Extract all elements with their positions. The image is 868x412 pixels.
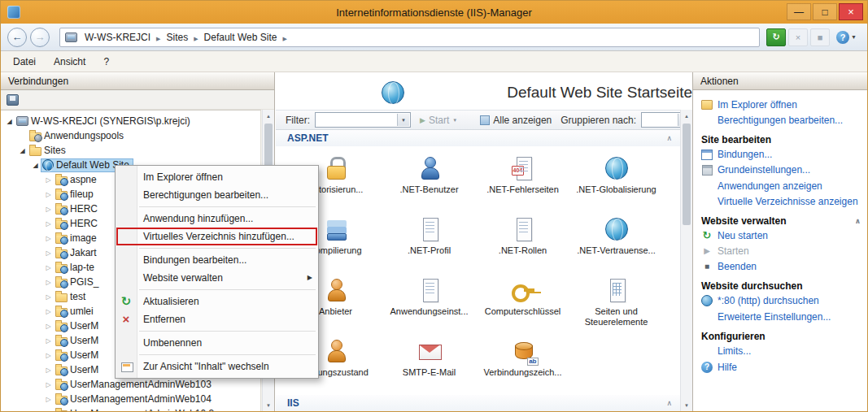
browse-80-action[interactable]: *:80 (http) durchsuchen [701,294,861,307]
tree-item-server[interactable]: ◢W-WS-KREJCI (SYNERGIS\p.krejci) [1,114,260,128]
feature-net-error-pages[interactable]: 404.NET-Fehlerseiten [476,151,569,212]
tree-item-application-pools[interactable]: Anwendungspools [1,128,260,143]
collapsed-icon[interactable]: ▷ [43,308,54,315]
open-explorer-action[interactable]: Im Explorer öffnen [701,98,861,111]
minimize-button[interactable]: — [787,3,811,20]
menu-item-manage-website[interactable]: Website verwalten▶ [116,269,318,287]
action-header-label: Website durchsuchen [701,280,802,292]
filter-bar: Filter: ▼ ▶ Start ▼ Alle anzeigen Gruppi… [276,110,680,130]
collapse-icon[interactable]: ∧ [666,399,672,407]
view-virtual-directories-action[interactable]: Virtuelle Verzeichnisse anzeigen [701,195,861,208]
restart-action[interactable]: ↻Neu starten [701,229,861,242]
section-header-asp-net[interactable]: ASP.NET∧ [276,130,680,146]
menu-item-remove[interactable]: ×Entfernen [116,310,318,328]
expanded-icon[interactable]: ◢ [30,162,41,169]
filter-start-button[interactable]: ▶ Start ▼ [416,113,461,128]
feature-label: .NET-Vertrauense... [569,245,663,256]
collapsed-icon[interactable]: ▷ [43,191,54,198]
chevron-down-icon[interactable]: ▼ [397,114,409,126]
forward-button[interactable]: → [30,28,50,47]
bindings-action[interactable]: Bindungen... [701,148,861,161]
menu-bar: Datei Ansicht ? [1,51,867,72]
scroll-up-icon[interactable]: ▲ [263,110,274,122]
collapse-icon[interactable]: ∧ [855,217,861,225]
collapsed-icon[interactable]: ▷ [43,293,54,301]
menu-item-edit-permissions[interactable]: Berechtigungen bearbeiten... [116,186,318,204]
menu-item-switch-to-content-view[interactable]: Zur Ansicht "Inhalt" wechseln [116,358,318,375]
menu-item-add-application[interactable]: Anwendung hinzufügen... [116,210,318,228]
collapsed-icon[interactable]: ▷ [43,381,54,388]
breadcrumb-segment[interactable]: W-WS-KREJCI [81,32,155,43]
collapsed-icon[interactable]: ▷ [43,279,54,286]
connections-title: Verbindungen [8,76,68,87]
scroll-down-icon[interactable]: ▼ [263,399,274,411]
close-button[interactable]: × [839,3,863,20]
scroll-up-icon[interactable]: ▲ [681,110,692,122]
collapsed-icon[interactable]: ▷ [43,410,54,412]
collapsed-icon[interactable]: ▷ [43,176,54,184]
menu-item-edit-bindings[interactable]: Bindungen bearbeiten... [116,251,318,269]
feature-connection-strings[interactable]: abVerbindungszeich... [476,334,569,395]
breadcrumb[interactable]: W-WS-KREJCI▶Sites▶Default Web Site▶ [59,28,760,47]
feature-net-users[interactable]: .NET-Benutzer [382,151,476,212]
tree-item[interactable]: ▷UserManagementAdminWeb103 [1,377,260,392]
features-scrollbar[interactable]: ▲ ▼ [680,110,692,411]
scroll-down-icon[interactable]: ▼ [681,399,692,411]
collapse-icon[interactable]: ∧ [666,134,672,142]
section-header-iis[interactable]: IIS∧ [276,395,680,411]
advanced-settings-action[interactable]: Erweiterte Einstellungen... [701,310,861,323]
collapsed-icon[interactable]: ▷ [43,323,54,330]
menu-ansicht[interactable]: Ansicht [45,53,94,71]
tree-item[interactable]: ▷UserManagementAdminWeb104 [1,392,260,406]
breadcrumb-segment[interactable]: Sites [163,32,193,43]
basic-settings-action[interactable]: Grundeinstellungen... [701,163,861,176]
collapsed-icon[interactable]: ▷ [43,396,54,403]
collapsed-icon[interactable]: ▷ [43,235,54,242]
menu-datei[interactable]: Datei [4,53,45,71]
help-action[interactable]: ?Hilfe [701,361,861,374]
collapsed-icon[interactable]: ▷ [43,337,54,345]
help-menu-button[interactable]: ? ▼ [832,28,861,46]
stop-icon[interactable]: × [788,28,808,46]
back-button[interactable]: ← [7,28,27,47]
feature-net-globalization[interactable]: .NET-Globalisierung [569,151,663,212]
breadcrumb-segment[interactable]: Default Web Site [200,32,281,43]
collapsed-icon[interactable]: ▷ [43,249,54,257]
menu-help[interactable]: ? [94,53,118,71]
feature-net-profile[interactable]: .NET-Profil [382,212,476,273]
show-all-button[interactable]: Alle anzeigen [476,113,556,128]
feature-machine-key[interactable]: Computerschlüssel [476,273,569,334]
feature-pages-and-controls[interactable]: Seiten und Steuerelemente [569,273,663,334]
scroll-thumb[interactable] [683,124,691,225]
tree-item-sites[interactable]: ◢Sites [1,143,260,158]
filter-input[interactable]: ▼ [315,112,411,128]
collapsed-icon[interactable]: ▷ [43,352,54,359]
collapsed-icon[interactable]: ▷ [43,220,54,228]
collapsed-icon[interactable]: ▷ [43,264,54,271]
edit-permissions-action[interactable]: Berechtigungen bearbeiten... [701,114,861,127]
feature-smtp-email[interactable]: SMTP-E-Mail [382,334,476,395]
collapsed-icon[interactable]: ▷ [43,366,54,374]
menu-separator [139,289,316,290]
menu-item-rename[interactable]: Umbenennen [116,334,318,352]
menu-item-open-in-explorer[interactable]: Im Explorer öffnen [116,168,318,186]
limits-action[interactable]: Limits... [701,345,861,358]
tree-item[interactable]: ▷UserManagementAdminWeb10.3 [1,406,260,411]
menu-item-add-virtual-directory[interactable]: Virtuelles Verzeichnis hinzufügen... [116,228,318,245]
stop-action[interactable]: ■Beenden [701,260,861,273]
pin-icon[interactable]: ■ [810,28,830,46]
collapsed-icon[interactable]: ▷ [43,206,54,213]
expanded-icon[interactable]: ◢ [17,147,28,154]
feature-net-trust-levels[interactable]: .NET-Vertrauense... [569,212,663,273]
feature-application-settings[interactable]: Anwendungseinst... [382,273,476,334]
refresh-connection-icon[interactable]: ↻ [766,28,786,46]
save-connection-icon[interactable] [7,94,19,106]
action-group: Erweiterte Einstellungen... [701,310,861,323]
menu-item-refresh[interactable]: ↻Aktualisieren [116,293,318,310]
maximize-button[interactable]: □ [813,3,837,20]
action-group-header: Website verwalten∧ [701,215,861,227]
start-action[interactable]: ▶Starten [701,245,861,258]
feature-net-roles[interactable]: .NET-Rollen [476,212,569,273]
view-applications-action[interactable]: Anwendungen anzeigen [701,180,861,193]
expanded-icon[interactable]: ◢ [4,118,15,125]
